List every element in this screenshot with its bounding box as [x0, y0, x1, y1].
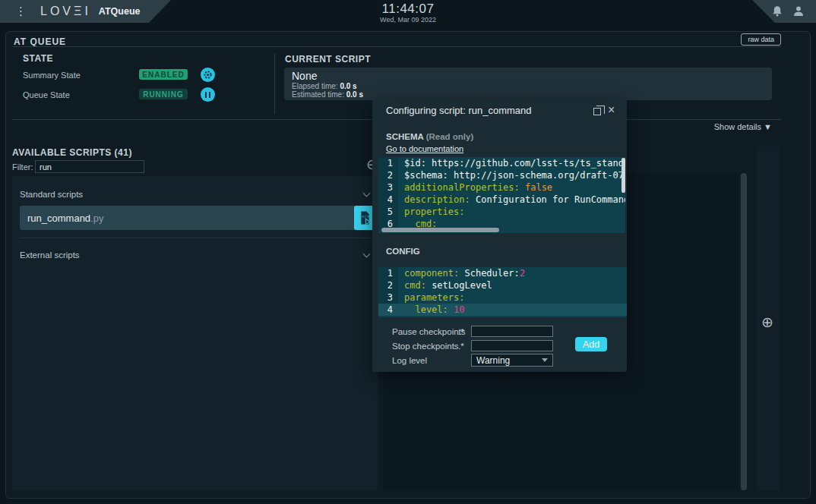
- detach-window-icon[interactable]: [593, 108, 601, 115]
- code-line-3[interactable]: 3additionalProperties: false: [378, 181, 625, 194]
- filter-label: Filter:: [12, 162, 33, 172]
- header-divider: [12, 46, 781, 47]
- line-number: 3: [378, 181, 398, 194]
- log-level-value: Warning: [476, 355, 510, 366]
- current-script-heading: CURRENT SCRIPT: [285, 54, 371, 65]
- app-name: ATQueue: [99, 6, 141, 17]
- script-launch-icon: </>: [359, 209, 372, 226]
- group-divider: [20, 238, 375, 238]
- available-scripts-list: Standard scripts run_command.py </> Exte…: [12, 176, 378, 490]
- schema-heading: SCHEMA (Read only): [386, 132, 473, 141]
- line-number: 4: [378, 194, 398, 206]
- log-level-label: Log level: [392, 356, 427, 365]
- queue-pause-button[interactable]: [201, 87, 215, 102]
- elapsed-time-row: Elapsed time: 0.0 s: [292, 82, 772, 90]
- script-name: run_command.py: [27, 213, 354, 224]
- menu-kebab-icon[interactable]: ⋮: [15, 0, 27, 23]
- estimated-time-value: 0.0 s: [346, 90, 363, 99]
- close-icon[interactable]: ×: [608, 102, 615, 118]
- standard-scripts-group[interactable]: Standard scripts: [20, 185, 375, 203]
- code-line-4[interactable]: 4description: Configuration for RunComma…: [378, 194, 625, 206]
- line-number: 4: [378, 304, 398, 316]
- schema-vertical-scrollbar[interactable]: [621, 158, 625, 193]
- show-details-arrow-icon: ▼: [764, 122, 772, 131]
- modal-title: Configuring script: run_command: [386, 105, 531, 116]
- config-heading: CONFIG: [386, 247, 420, 256]
- state-heading: STATE: [23, 53, 53, 64]
- svg-text:</>: </>: [362, 214, 370, 219]
- top-bar-right-wedge: [748, 0, 816, 23]
- top-bar-left-wedge: ⋮ LOVΞI ATQueue: [0, 0, 175, 23]
- schema-readonly-note: (Read only): [426, 132, 474, 141]
- script-extension: .py: [90, 213, 103, 224]
- code-line-2[interactable]: 2cmd: setLogLevel: [378, 279, 627, 291]
- stop-checkpoints-label: Stop checkpoints: [392, 342, 459, 351]
- atqueue-view: ⋮ LOVΞI ATQueue 11:44:07 Wed, Mar 09 202…: [0, 0, 816, 504]
- summary-state-badge: ENABLED: [139, 69, 188, 80]
- add-button[interactable]: Add: [575, 337, 607, 351]
- gear-icon: [202, 69, 213, 80]
- filter-input[interactable]: [35, 160, 144, 173]
- select-arrow-icon: [542, 358, 548, 362]
- line-number: 2: [378, 279, 398, 291]
- pause-checkpoints-input[interactable]: [471, 326, 553, 337]
- code-line-4[interactable]: 4 level: 10: [378, 304, 627, 316]
- chevron-down-icon: [363, 250, 371, 257]
- love-logo: LOVΞI: [40, 5, 91, 18]
- line-number: 1: [378, 157, 398, 169]
- stop-checkpoints-input[interactable]: [471, 340, 553, 351]
- external-scripts-label: External scripts: [20, 250, 80, 260]
- estimated-time-row: Estimated time: 0.0 s: [292, 90, 772, 99]
- waiting-scripts-scrollbar[interactable]: [741, 173, 747, 490]
- configure-script-modal: Configuring script: run_command × SCHEMA…: [372, 99, 627, 372]
- elapsed-time-value: 0.0 s: [340, 82, 356, 90]
- code-line-1[interactable]: 1component: Scheduler:2: [378, 267, 627, 279]
- line-number: 1: [378, 267, 398, 279]
- documentation-link[interactable]: Go to documentation: [386, 144, 463, 153]
- user-account-icon[interactable]: [792, 5, 805, 18]
- log-level-select[interactable]: Warning: [471, 354, 553, 367]
- queue-state-badge: RUNNING: [139, 89, 188, 99]
- schema-editor[interactable]: 1$id: https://github.com/lsst-ts/ts_stan…: [378, 157, 625, 233]
- current-script-name: None: [292, 70, 772, 82]
- raw-data-button[interactable]: raw data: [741, 33, 781, 46]
- pause-checkpoints-label: Pause checkpoints: [392, 327, 466, 336]
- pause-regex-hint: .*: [458, 327, 464, 336]
- summary-state-label: Summary State: [23, 71, 81, 80]
- external-scripts-group[interactable]: External scripts: [20, 246, 375, 264]
- code-line-3[interactable]: 3parameters:: [378, 291, 627, 304]
- code-line-1[interactable]: 1$id: https://github.com/lsst-ts/ts_stan…: [378, 157, 625, 169]
- queue-state-label: Queue State: [23, 90, 70, 99]
- line-number: 2: [378, 169, 398, 181]
- state-script-divider: [274, 53, 275, 114]
- panel-title: AT QUEUE: [14, 36, 66, 47]
- line-number: 3: [378, 291, 398, 304]
- script-row-run-command[interactable]: run_command.py </>: [20, 206, 375, 230]
- top-bar: ⋮ LOVΞI ATQueue 11:44:07 Wed, Mar 09 202…: [0, 0, 816, 23]
- code-line-2[interactable]: 2$schema: http://json-schema.org/draft-0…: [378, 169, 625, 181]
- summary-state-config-button[interactable]: [201, 68, 215, 82]
- add-to-queue-icon[interactable]: ⊕: [761, 315, 773, 329]
- line-number: 5: [378, 206, 398, 218]
- stop-regex-hint: .*: [458, 342, 464, 351]
- config-editor[interactable]: 1component: Scheduler:22cmd: setLogLevel…: [378, 267, 627, 317]
- schema-horizontal-scrollbar[interactable]: [381, 228, 499, 232]
- chevron-down-icon: [363, 189, 371, 197]
- notifications-bell-icon[interactable]: [770, 5, 784, 18]
- available-scripts-heading: AVAILABLE SCRIPTS (41): [12, 147, 132, 158]
- show-details-toggle[interactable]: Show details ▼: [714, 122, 772, 131]
- pause-icon: [205, 92, 211, 98]
- code-line-5[interactable]: 5properties:: [378, 206, 625, 218]
- current-script-card: None Elapsed time: 0.0 s Estimated time:…: [284, 68, 772, 100]
- standard-scripts-label: Standard scripts: [20, 190, 83, 199]
